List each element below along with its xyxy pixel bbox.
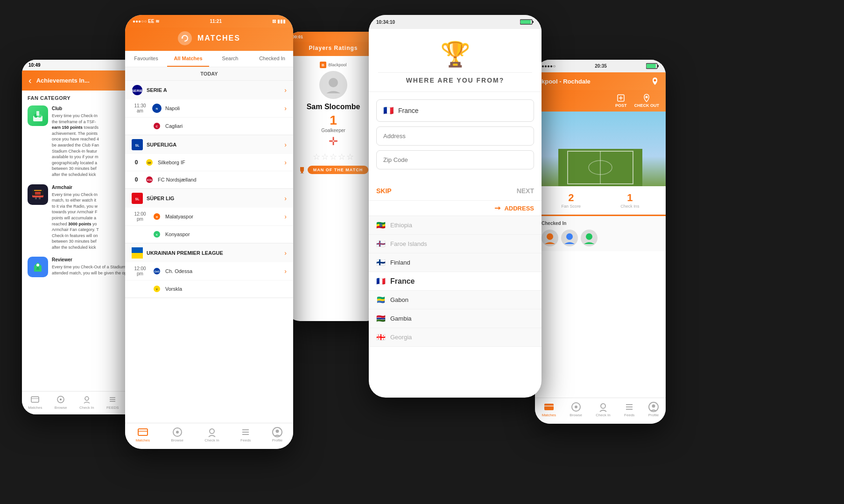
svg-text:CHO: CHO [154, 270, 159, 273]
nav-matches-s[interactable]: Matches [542, 402, 556, 417]
league-header-serie-a[interactable]: SERIE SERIE A › [125, 81, 293, 99]
refresh-button[interactable] [178, 31, 192, 45]
nav-matches-achievements[interactable]: Matches [28, 394, 42, 410]
address-input[interactable] [376, 126, 534, 146]
nav-feeds-s[interactable]: Feeds [624, 402, 634, 417]
match-napoli-cagliari[interactable]: 11:30am N Napoli › [125, 99, 293, 118]
selected-flag: 🇫🇷 [383, 105, 394, 116]
cagliari-name: Cagliari [165, 123, 287, 129]
match-cagliari[interactable]: C Cagliari [125, 118, 293, 135]
league-serie-a: SERIE SERIE A › 11:30am N Napoli › C Cag… [125, 81, 293, 135]
star-4: ☆ [338, 152, 345, 162]
stadium-match-header: kpool - Rochdale [535, 72, 666, 90]
svg-point-58 [329, 78, 338, 87]
achievement-name-club: Club [52, 105, 99, 112]
country-georgia[interactable]: 🇬🇪 Georgia [369, 328, 542, 347]
fan-score-col-2: 1 Check Ins [620, 192, 639, 209]
phone-matches: ●●●○○ EE ≋ 11:21 ⊠ ▮▮▮ MATCHES Favourite… [125, 15, 293, 449]
match-silkeborg[interactable]: 0 SIF Silkeborg IF › [125, 154, 293, 171]
country-name-georgia: Georgia [390, 334, 412, 341]
post-icon [617, 94, 625, 102]
league-name-superliga: SUPERLIGA [147, 142, 281, 147]
achievement-desc-club: Every time you Check-Inthe timeframe of … [52, 113, 99, 178]
checkout-action[interactable]: CHECK OUT [634, 94, 660, 108]
fan-score-label-1: Fan Score [562, 204, 581, 209]
match-time-odessa: 12:00pm [132, 266, 148, 276]
nav-checkin-achievements[interactable]: Check In [79, 394, 94, 410]
today-badge: TODAY [125, 67, 293, 81]
nav-checkin-m[interactable]: Check In [204, 427, 219, 442]
tab-all-matches[interactable]: All Matches [167, 51, 209, 67]
league-ukr: UKRAINIAN PREMIER LEAGUE › 12:00pm CHO C… [125, 244, 293, 298]
match-konyaspor[interactable]: K Konyaspor [125, 226, 293, 243]
nav-browse-m[interactable]: Browse [171, 427, 183, 442]
address-label[interactable]: ADDRESS [504, 205, 534, 212]
star-5: ☆ [346, 152, 354, 162]
svg-point-15 [85, 397, 89, 400]
next-button[interactable]: NEXT [517, 187, 534, 195]
stadium-bottom-nav: Matches Browse Check In Feeds Profile [535, 398, 666, 424]
flag-georgia: 🇬🇪 [376, 333, 386, 342]
fan-score-label-2: Check Ins [620, 204, 639, 209]
nav-matches-m[interactable]: Matches [136, 427, 150, 442]
country-gambia[interactable]: 🇬🇲 Gambia [369, 309, 542, 328]
svg-rect-8 [35, 197, 37, 199]
nav-checkin-s[interactable]: Check In [596, 402, 611, 417]
zipcode-input[interactable] [376, 150, 534, 169]
country-france[interactable]: 🇫🇷 France [369, 272, 542, 291]
post-checkout-bar: POST CHECK OUT [535, 90, 666, 112]
browse-icon-s [571, 402, 581, 412]
match-vorskla[interactable]: V Vorskla [125, 280, 293, 298]
tab-search[interactable]: Search [209, 51, 251, 67]
nav-browse-s[interactable]: Browse [570, 402, 582, 417]
malatya-arrow: › [284, 213, 287, 220]
match-odessa[interactable]: 12:00pm CHO Ch. Odessa › [125, 262, 293, 280]
post-action[interactable]: POST [615, 94, 627, 108]
browse-nav-icon-a [56, 394, 66, 405]
country-selector[interactable]: 🇫🇷 France [376, 99, 534, 122]
league-header-ukr[interactable]: UKRAINIAN PREMIER LEAGUE › [125, 244, 293, 262]
post-label: POST [615, 103, 627, 108]
match-nordsjælland[interactable]: 0 FCN FC Nordsjælland [125, 171, 293, 189]
nav-label-feeds-m: Feeds [240, 438, 251, 442]
status-bar-matches: ●●●○○ EE ≋ 11:21 ⊠ ▮▮▮ [125, 15, 293, 28]
stadium-match-title: kpool - Rochdale [542, 78, 591, 85]
svg-point-85 [575, 406, 577, 408]
nav-feeds-achievements[interactable]: FEEDS [106, 394, 119, 410]
svg-text:FCN: FCN [147, 179, 152, 182]
country-ethiopia[interactable]: 🇪🇹 Ethiopia [369, 216, 542, 235]
tab-checked-in[interactable]: Checked In [251, 51, 293, 67]
svg-rect-60 [300, 173, 304, 174]
trophy-emoji: 🏆 [378, 40, 532, 69]
svg-point-86 [601, 404, 605, 408]
refresh-icon [181, 35, 189, 42]
match-time-malatya: 12:00pm [132, 211, 148, 222]
svg-point-91 [652, 405, 655, 408]
nav-profile-s[interactable]: Profile [648, 402, 659, 417]
stadium-field-svg [535, 112, 666, 186]
league-header-superliga[interactable]: SL SUPERLIGA › [125, 135, 293, 154]
country-gabon[interactable]: 🇬🇦 Gabon [369, 291, 542, 309]
back-button-achievements[interactable]: ‹ [28, 75, 32, 86]
svg-point-14 [60, 399, 62, 400]
league-header-super-lig[interactable]: SL SÜPER LIG › [125, 189, 293, 208]
address-row: ADDRESS [369, 200, 542, 216]
score-nordsjælland: 0 [132, 176, 141, 183]
svg-rect-59 [301, 172, 303, 173]
svg-point-79 [547, 233, 553, 240]
napoli-name: Napoli [165, 105, 281, 111]
svg-rect-3 [36, 111, 39, 116]
nav-feeds-m[interactable]: Feeds [240, 427, 251, 442]
tab-favourites[interactable]: Favourites [125, 51, 167, 67]
avatar-3 [581, 230, 598, 246]
nav-profile-m[interactable]: Profile [272, 427, 283, 442]
match-malatyaspor[interactable]: 12:00pm M Malatyaspor › [125, 208, 293, 226]
nav-browse-achievements[interactable]: Browse [55, 394, 67, 410]
svg-point-50 [210, 429, 214, 434]
skip-button[interactable]: SKIP [376, 187, 392, 195]
matches-nav-icon [30, 394, 40, 405]
svg-text:M: M [156, 216, 158, 218]
matches-scroll[interactable]: SERIE SERIE A › 11:30am N Napoli › C Cag… [125, 81, 293, 431]
country-finland[interactable]: 🇫🇮 Finland [369, 253, 542, 272]
country-faroe[interactable]: 🇫🇴 Faroe Islands [369, 235, 542, 253]
